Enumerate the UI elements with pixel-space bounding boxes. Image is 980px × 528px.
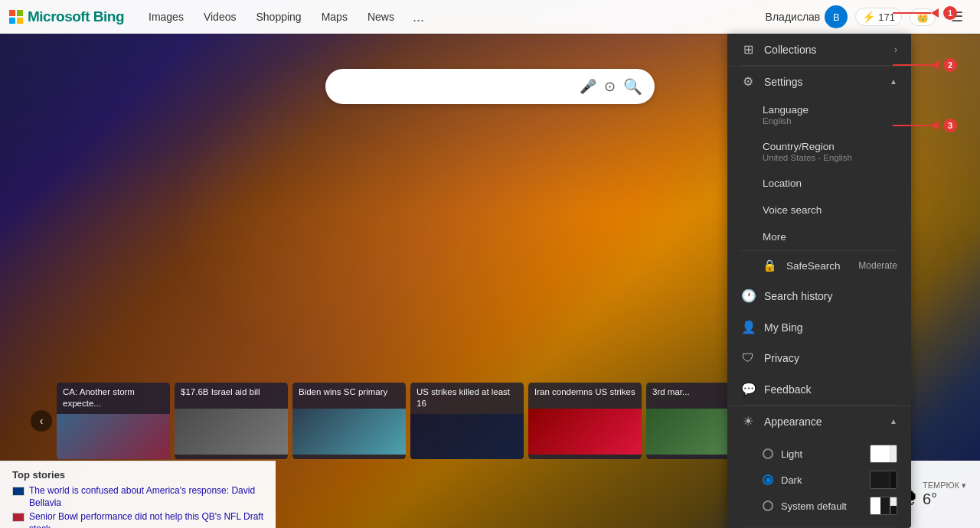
user-profile[interactable]: Владислав В bbox=[766, 5, 848, 28]
light-preview-sidebar bbox=[890, 445, 897, 462]
search-input[interactable] bbox=[338, 80, 580, 93]
top-navigation: Microsoft Bing Images Videos Shopping Ma… bbox=[0, 0, 980, 34]
feedback-item[interactable]: 💬 Feedback bbox=[727, 373, 911, 405]
more-label: More bbox=[763, 231, 897, 243]
collections-label: Collections bbox=[764, 44, 885, 56]
language-item[interactable]: Language English bbox=[727, 96, 911, 133]
search-box: 🎤 ⊙ 🔍 bbox=[325, 69, 655, 104]
search-container: 🎤 ⊙ 🔍 bbox=[325, 69, 655, 104]
nav-news[interactable]: News bbox=[358, 6, 403, 28]
system-preview bbox=[870, 497, 897, 515]
safesearch-icon: 🔒 bbox=[763, 259, 777, 272]
news-card-title: $17.6B Israel aid bill bbox=[175, 383, 288, 409]
settings-icon: ⚙ bbox=[741, 74, 755, 89]
safesearch-value: Moderate bbox=[858, 260, 897, 271]
story-item[interactable]: Senior Bowl performance did not help thi… bbox=[12, 511, 263, 528]
my-bing-icon: 👤 bbox=[741, 320, 755, 334]
news-card-image bbox=[292, 409, 406, 455]
crown-badge[interactable]: 👑 bbox=[910, 8, 936, 26]
dark-preview-dark bbox=[871, 471, 890, 488]
privacy-item[interactable]: 🛡 Privacy bbox=[727, 343, 911, 373]
location-item[interactable]: Location bbox=[727, 170, 911, 197]
nav-more[interactable]: ... bbox=[405, 6, 432, 28]
appearance-light[interactable]: Light bbox=[763, 441, 897, 467]
more-item[interactable]: More bbox=[727, 223, 911, 250]
story-item[interactable]: The world is confused about America's re… bbox=[12, 485, 263, 509]
system-preview-sidebar bbox=[890, 497, 897, 514]
light-preview-light bbox=[871, 445, 890, 462]
light-preview bbox=[870, 445, 897, 463]
news-prev-button[interactable]: ‹ bbox=[31, 410, 52, 432]
language-value: English bbox=[763, 116, 897, 125]
news-card-title: US strikes killed at least 16 bbox=[410, 383, 524, 414]
country-region-item[interactable]: Country/Region United States - English bbox=[727, 133, 911, 170]
appearance-options: Light Dark System default bbox=[727, 436, 911, 526]
nav-shopping[interactable]: Shopping bbox=[247, 6, 310, 28]
nav-right: Владислав В ⚡ 171 👑 ☰ bbox=[766, 3, 971, 31]
story-flag bbox=[12, 513, 24, 522]
country-value: United States - English bbox=[763, 153, 897, 162]
dark-radio-inner bbox=[766, 477, 771, 483]
light-label: Light bbox=[781, 448, 802, 460]
light-radio[interactable] bbox=[763, 448, 773, 459]
settings-chevron-up: ▲ bbox=[890, 77, 897, 86]
feedback-icon: 💬 bbox=[741, 382, 755, 396]
collections-item[interactable]: ⊞ Collections › bbox=[727, 34, 911, 65]
my-bing-label: My Bing bbox=[764, 321, 897, 334]
appearance-dark[interactable]: Dark bbox=[763, 467, 897, 493]
voice-search-button[interactable]: 🎤 bbox=[580, 78, 596, 95]
story-text: Senior Bowl performance did not help thi… bbox=[29, 511, 263, 528]
news-card[interactable]: Biden wins SC primary bbox=[292, 383, 406, 459]
settings-label: Settings bbox=[764, 76, 803, 88]
safesearch-item[interactable]: 🔒 SafeSearch Moderate bbox=[727, 251, 911, 280]
news-card[interactable]: CA: Another storm expecte... bbox=[57, 383, 170, 459]
news-card[interactable]: Iran condemns US strikes bbox=[528, 383, 642, 459]
nav-links: Images Videos Shopping Maps News ... bbox=[139, 6, 432, 28]
news-card-title: CA: Another storm expecte... bbox=[57, 383, 170, 414]
collections-icon: ⊞ bbox=[741, 42, 755, 57]
my-bing-item[interactable]: 👤 My Bing bbox=[727, 311, 911, 343]
news-card[interactable]: US strikes killed at least 16 bbox=[410, 383, 524, 459]
ms-squares-icon bbox=[9, 10, 23, 24]
visual-search-button[interactable]: ⊙ bbox=[604, 78, 616, 95]
story-flag bbox=[12, 487, 24, 496]
settings-section-header[interactable]: ⚙ Settings ▲ bbox=[727, 66, 911, 96]
history-icon: 🕐 bbox=[741, 288, 755, 303]
user-avatar: В bbox=[825, 5, 848, 28]
news-card[interactable]: $17.6B Israel aid bill bbox=[175, 383, 288, 459]
reward-icon: ⚡ bbox=[862, 11, 875, 23]
dark-preview-sidebar bbox=[890, 471, 897, 488]
crown-icon: 👑 bbox=[916, 11, 929, 23]
logo[interactable]: Microsoft Bing bbox=[9, 8, 124, 25]
nav-images[interactable]: Images bbox=[139, 6, 193, 28]
appearance-section-header[interactable]: ☀ Appearance ▲ bbox=[727, 406, 911, 436]
reward-count: 171 bbox=[878, 11, 895, 23]
settings-sub: Language English Country/Region United S… bbox=[727, 96, 911, 250]
location-label: Location bbox=[763, 178, 897, 189]
news-card-image bbox=[528, 409, 642, 455]
appearance-system[interactable]: System default bbox=[763, 493, 897, 519]
feedback-label: Feedback bbox=[764, 383, 897, 396]
dark-label: Dark bbox=[781, 474, 802, 486]
system-radio[interactable] bbox=[763, 500, 773, 511]
voice-search-label: Voice search bbox=[763, 204, 897, 216]
voice-search-item[interactable]: Voice search bbox=[727, 197, 911, 223]
appearance-chevron-up: ▲ bbox=[890, 417, 897, 425]
appearance-label: Appearance bbox=[764, 416, 822, 428]
search-button[interactable]: 🔍 bbox=[623, 77, 642, 96]
country-label: Country/Region bbox=[763, 141, 897, 152]
user-name: Владислав bbox=[766, 11, 821, 23]
system-preview-split bbox=[871, 497, 890, 514]
reward-badge[interactable]: ⚡ 171 bbox=[855, 8, 902, 26]
hamburger-menu-button[interactable]: ☰ bbox=[943, 3, 971, 31]
weather-info: ТЕМРЮК ▾ 6° bbox=[923, 481, 966, 508]
nav-maps[interactable]: Maps bbox=[312, 6, 357, 28]
privacy-icon: 🛡 bbox=[741, 351, 755, 365]
search-history-item[interactable]: 🕐 Search history bbox=[727, 280, 911, 311]
hamburger-icon: ☰ bbox=[951, 8, 963, 25]
system-label: System default bbox=[781, 500, 847, 512]
news-card-title: Biden wins SC primary bbox=[292, 383, 406, 409]
logo-text: Microsoft Bing bbox=[28, 8, 124, 25]
dark-radio[interactable] bbox=[763, 474, 773, 485]
nav-videos[interactable]: Videos bbox=[194, 6, 246, 28]
